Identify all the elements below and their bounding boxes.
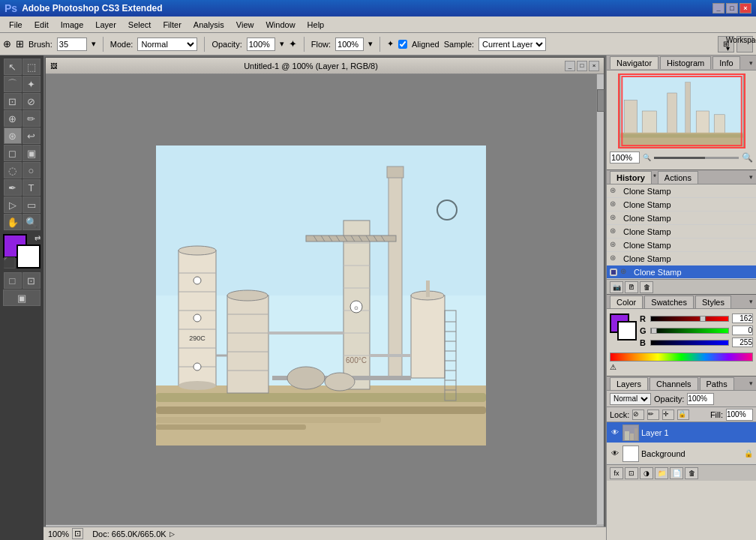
lock-all-btn[interactable]: 🔒 [677,410,689,420]
history-item[interactable]: ⊛ Clone Stamp [607,184,756,198]
navigator-zoom-slider[interactable] [654,157,739,159]
minimize-button[interactable]: _ [712,3,724,14]
history-tab[interactable]: History [610,171,652,184]
pen-tool[interactable]: ✒ [4,179,22,196]
r-slider[interactable] [650,316,729,322]
histogram-tab[interactable]: Histogram [660,56,711,69]
quick-mask-btn[interactable]: ⊡ [22,272,40,289]
menu-file[interactable]: File [3,19,28,31]
maximize-button[interactable]: □ [726,3,738,14]
channels-tab[interactable]: Channels [650,377,698,390]
lasso-tool[interactable]: ⌒ [4,76,22,92]
screen-mode-btn[interactable]: ▣ [3,290,40,306]
history-item[interactable]: ⊛ Clone Stamp [607,225,756,238]
history-item[interactable]: ⊛ Clone Stamp [607,212,756,225]
workspace-button[interactable]: Workspace ▾ [736,36,753,52]
swap-colors-icon[interactable]: ⇄ [34,234,40,242]
menu-help[interactable]: Help [302,19,331,31]
menu-image[interactable]: Image [55,19,90,31]
tablet-pressure-icon[interactable]: ✦ [387,39,394,49]
b-slider[interactable] [650,340,729,346]
vertical-scroll-thumb[interactable] [597,89,604,112]
color-collapse-btn[interactable]: ▾ [749,298,753,305]
gradient-tool[interactable]: ▣ [22,145,40,161]
fill-value[interactable] [726,409,753,421]
info-tab[interactable]: Info [712,56,740,69]
blur-tool[interactable]: ◌ [4,162,22,178]
menu-view[interactable]: View [230,19,260,31]
standard-mode-btn[interactable]: □ [4,272,22,289]
history-item[interactable]: ⊛ Clone Stamp [607,198,756,212]
layer-item-background[interactable]: 👁 Background 🔒 [607,443,756,464]
close-button[interactable]: × [740,3,752,14]
menu-layer[interactable]: Layer [89,19,122,31]
menu-filter[interactable]: Filter [157,19,187,31]
zoom-expand-btn[interactable]: ⊡ [72,528,83,539]
delete-layer-btn[interactable]: 🗑 [685,467,698,479]
doc-minimize-btn[interactable]: _ [565,61,575,71]
clone-stamp-tool[interactable]: ⊛ [4,128,22,144]
opacity-value[interactable] [687,393,714,405]
menu-select[interactable]: Select [122,19,158,31]
navigator-zoom-input[interactable] [610,152,640,164]
g-slider[interactable] [650,328,729,334]
styles-tab[interactable]: Styles [695,296,731,308]
menu-window[interactable]: Window [260,19,301,31]
color-tab[interactable]: Color [610,296,643,308]
new-document-btn[interactable]: 🖹 [625,281,638,293]
move-tool[interactable]: ↖ [4,58,22,75]
healing-brush-tool[interactable]: ⊕ [4,110,22,127]
adjustment-layer-btn[interactable]: ◑ [640,467,653,479]
layer-blend-mode[interactable]: Normal [610,393,651,405]
dodge-tool[interactable]: ○ [22,162,40,178]
airbrush-icon[interactable]: ✦ [289,38,297,50]
doc-close-btn[interactable]: × [589,61,599,71]
slice-tool[interactable]: ⊘ [22,93,40,110]
paths-tab[interactable]: Paths [700,377,734,390]
b-slider-thumb[interactable] [728,340,729,346]
canvas-container[interactable]: 290C reactor [46,74,596,524]
swatches-tab[interactable]: Swatches [644,296,694,308]
g-slider-thumb[interactable] [651,328,657,334]
brush-size-input[interactable] [57,38,87,51]
zoom-tool[interactable]: 🔍 [22,214,40,230]
menu-edit[interactable]: Edit [28,19,55,31]
b-value-input[interactable] [732,338,753,347]
actions-tab[interactable]: Actions [658,171,698,184]
history-item[interactable]: ⊛ Clone Stamp [607,238,756,252]
path-select-tool[interactable]: ▷ [4,196,22,213]
aligned-checkbox[interactable] [398,40,407,49]
flow-slider-icon[interactable]: ▾ [368,39,373,49]
crop-tool[interactable]: ⊡ [4,93,22,110]
g-value-input[interactable] [732,326,753,335]
status-expand-btn[interactable]: ▷ [170,530,175,538]
background-color[interactable] [16,244,40,268]
lock-transparent-btn[interactable]: ⊘ [632,410,644,420]
new-snapshot-btn[interactable]: 📷 [610,281,623,293]
opacity-input[interactable] [247,38,275,51]
history-collapse-btn[interactable]: ▾ [749,173,753,181]
reset-colors-icon[interactable]: ⬛ [3,256,16,268]
r-value-input[interactable] [732,314,753,323]
brush-tool[interactable]: ✏ [22,110,40,127]
doc-maximize-btn[interactable]: □ [577,61,587,71]
vertical-scrollbar[interactable] [596,74,604,524]
layer-item-layer1[interactable]: 👁 Layer 1 [607,422,756,443]
magic-wand-tool[interactable]: ✦ [22,76,40,92]
history-item[interactable]: ⊛ Clone Stamp [607,252,756,266]
layer-eye-icon[interactable]: 👁 [610,428,620,438]
background-swatch[interactable] [617,321,637,340]
eraser-tool[interactable]: ◻ [4,145,22,161]
lock-pixels-btn[interactable]: ✏ [647,410,659,420]
type-tool[interactable]: T [22,179,40,196]
layers-tab[interactable]: Layers [610,377,648,390]
marquee-tool[interactable]: ⬚ [22,58,40,75]
flow-input[interactable] [335,38,364,51]
mode-select[interactable]: Normal [137,38,197,51]
color-spectrum[interactable] [610,352,753,362]
brush-picker-icon[interactable]: ▾ [92,39,96,49]
new-layer-btn[interactable]: 📄 [670,467,683,479]
sample-select[interactable]: Current Layer [478,38,546,51]
r-slider-thumb[interactable] [700,316,706,322]
layer-eye-icon[interactable]: 👁 [610,448,620,459]
